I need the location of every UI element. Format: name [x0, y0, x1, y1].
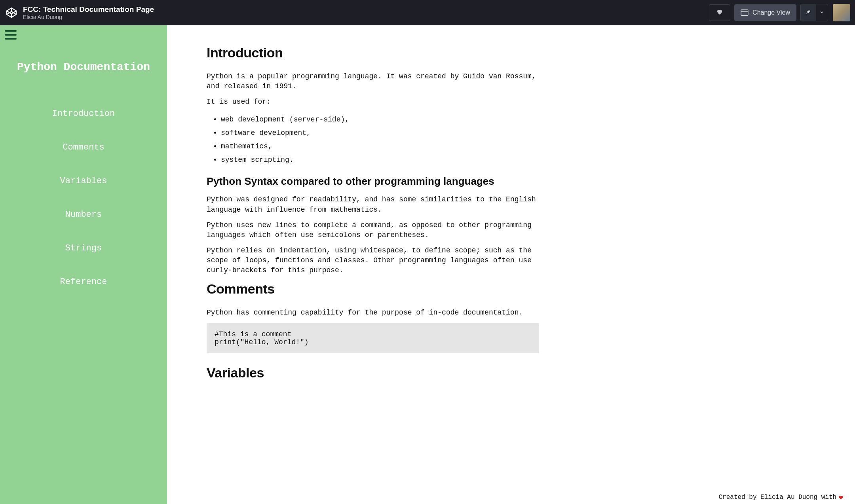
- change-view-button[interactable]: Change View: [734, 4, 796, 21]
- love-button[interactable]: [709, 4, 730, 21]
- sidebar-item-comments[interactable]: Comments: [63, 142, 104, 152]
- comments-paragraph-1: Python has commenting capability for the…: [207, 308, 539, 318]
- sidebar-item-numbers[interactable]: Numbers: [65, 210, 102, 220]
- codepen-logo-icon[interactable]: [5, 6, 18, 19]
- sidebar-item-reference[interactable]: Reference: [60, 277, 107, 287]
- main-content: Introduction Python is a popular program…: [167, 25, 563, 423]
- intro-sub-heading: Python Syntax compared to other programm…: [207, 175, 539, 188]
- intro-uses-list: web development (server-side), software …: [221, 113, 539, 167]
- sidebar-item-variables[interactable]: Variables: [60, 176, 107, 186]
- list-item: mathematics,: [221, 140, 539, 153]
- heart-icon: ❤: [839, 493, 843, 502]
- section-heading-variables: Variables: [207, 365, 539, 381]
- list-item: web development (server-side),: [221, 113, 539, 126]
- pen-title: FCC: Technical Documentation Page: [23, 5, 154, 14]
- codepen-header: FCC: Technical Documentation Page Elicia…: [0, 0, 855, 25]
- user-avatar[interactable]: [833, 4, 850, 21]
- intro-sub-p3: Python relies on indentation, using whit…: [207, 246, 539, 276]
- page-body: Python Documentation Introduction Commen…: [0, 25, 855, 504]
- intro-paragraph-2: It is used for:: [207, 97, 539, 107]
- pin-button-group: [800, 4, 828, 21]
- credit-text: Created by Elicia Au Duong with: [719, 494, 837, 501]
- hamburger-menu-icon[interactable]: [5, 30, 17, 40]
- pen-author[interactable]: Elicia Au Duong: [23, 14, 154, 20]
- pin-icon: [806, 9, 811, 17]
- sidebar-item-introduction[interactable]: Introduction: [52, 109, 115, 119]
- heart-icon: [716, 8, 724, 17]
- intro-sub-p1: Python was designed for readability, and…: [207, 195, 539, 214]
- pin-button[interactable]: [801, 4, 816, 21]
- main-content-scroll[interactable]: Introduction Python is a popular program…: [167, 25, 855, 504]
- sidebar-item-strings[interactable]: Strings: [65, 243, 102, 253]
- chevron-down-icon: [819, 9, 824, 16]
- list-item: software development,: [221, 126, 539, 140]
- section-heading-introduction: Introduction: [207, 45, 539, 61]
- svg-rect-3: [741, 10, 748, 15]
- section-heading-comments: Comments: [207, 281, 539, 297]
- pen-title-block: FCC: Technical Documentation Page Elicia…: [23, 5, 154, 20]
- comments-code-block: #This is a comment print("Hello, World!"…: [207, 323, 539, 353]
- footer-credit: Created by Elicia Au Duong with ❤: [719, 493, 844, 502]
- change-view-label: Change View: [752, 9, 790, 16]
- pin-dropdown-button[interactable]: [816, 4, 828, 21]
- list-item: system scripting.: [221, 153, 539, 167]
- intro-paragraph-1: Python is a popular programming language…: [207, 72, 539, 91]
- sidebar-title: Python Documentation: [17, 61, 150, 73]
- intro-sub-p2: Python uses new lines to complete a comm…: [207, 220, 539, 240]
- doc-sidebar: Python Documentation Introduction Commen…: [0, 25, 167, 504]
- layout-icon: [741, 9, 749, 16]
